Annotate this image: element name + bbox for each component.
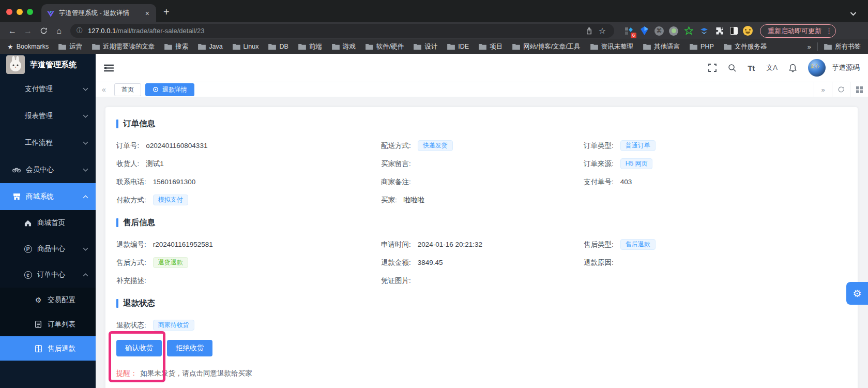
bookmark-folder[interactable]: 前端 xyxy=(298,42,322,51)
bookmark-folder[interactable]: 设计 xyxy=(414,42,437,51)
bookmark-folder[interactable]: 搜索 xyxy=(164,42,188,51)
settings-fab[interactable]: ⚙ xyxy=(846,282,868,305)
dark-reader-icon[interactable] xyxy=(730,27,738,35)
app-header: Tt 文A 芋道源码 xyxy=(96,54,868,82)
bookmarks-manager[interactable]: ★Bookmarks xyxy=(7,43,49,51)
sidebar-item-aftersale-refund[interactable]: 售后退款 xyxy=(0,336,96,361)
title-accent-bar xyxy=(116,120,118,128)
ext-kite-icon[interactable] xyxy=(639,26,649,36)
reject-receipt-button[interactable]: 拒绝收货 xyxy=(167,340,212,356)
site-info-icon[interactable]: ⓘ xyxy=(77,26,83,35)
update-browser-button[interactable]: 重新启动即可更新 ⋮ xyxy=(760,24,836,38)
url-path: /mall/trade/after-sale/detail/23 xyxy=(116,27,204,35)
bell-icon[interactable] xyxy=(789,64,797,72)
window-controls[interactable] xyxy=(0,9,41,22)
confirm-receipt-button[interactable]: 确认收货 xyxy=(116,340,162,356)
address-bar[interactable]: ⓘ 127.0.0.1/mall/trade/after-sale/detail… xyxy=(70,24,614,38)
gear-icon: ⚙ xyxy=(34,296,42,304)
bookmark-folder[interactable]: 文件服务器 xyxy=(724,42,767,51)
bookmark-folder[interactable]: IDE xyxy=(447,43,469,50)
bookmarks-overflow-icon[interactable]: » xyxy=(808,43,811,51)
field-payment-method: 付款方式:模拟支付 xyxy=(116,191,381,209)
bookmark-folder[interactable]: DB xyxy=(268,43,288,50)
tabs-scroll-left-icon[interactable]: « xyxy=(96,82,112,97)
field-delivery-method: 配送方式:快递发货 xyxy=(381,137,584,155)
action-buttons: 确认收货 拒绝收货 xyxy=(116,340,846,356)
browser-tab[interactable]: 芋道管理系统 - 退款详情 × xyxy=(41,4,156,22)
folder-icon xyxy=(92,43,100,50)
sidebar-item-order-center[interactable]: e 订单中心 xyxy=(0,262,96,288)
tab-refund-detail[interactable]: 退款详情 xyxy=(145,83,194,96)
sidebar-item-product-center[interactable]: P 商品中心 xyxy=(0,236,96,262)
forward-icon[interactable]: → xyxy=(21,24,35,38)
browser-toolbar: ← → ⌂ ⓘ 127.0.0.1/mall/trade/after-sale/… xyxy=(0,22,868,39)
chevron-down-icon xyxy=(83,168,88,172)
browser-menu-icon[interactable]: ⋮ xyxy=(826,27,832,35)
bookmark-folder[interactable]: 游戏 xyxy=(332,42,356,51)
bookmarks-label: Bookmarks xyxy=(17,43,49,50)
folder-icon xyxy=(643,43,651,50)
refresh-page-icon[interactable] xyxy=(832,82,850,97)
close-window-button[interactable] xyxy=(6,9,12,15)
layout-grid-icon[interactable] xyxy=(850,82,868,97)
order-icon: e xyxy=(24,271,32,279)
reload-icon[interactable] xyxy=(36,24,51,38)
bookmark-folder[interactable]: 其他语言 xyxy=(643,42,680,51)
app-logo[interactable]: 芋道管理系统 xyxy=(0,54,96,76)
sidebar-item-mall-home[interactable]: 商城首页 xyxy=(0,210,96,236)
font-size-icon[interactable]: Tt xyxy=(748,64,755,72)
fullscreen-icon[interactable] xyxy=(708,64,717,72)
field-apply-time: 申请时间:2024-01-16 20:21:32 xyxy=(381,235,584,253)
bookmark-folder[interactable]: PHP xyxy=(690,43,714,50)
field-extra-description: 补充描述: xyxy=(116,272,381,290)
eye-icon xyxy=(153,86,159,93)
sidebar-item-mall[interactable]: 商城系统 xyxy=(0,183,96,210)
minimize-window-button[interactable] xyxy=(17,9,23,15)
home-icon[interactable]: ⌂ xyxy=(52,24,66,38)
user-avatar[interactable] xyxy=(808,59,826,77)
folder-icon xyxy=(414,43,421,50)
tabs-scroll-right-icon[interactable]: » xyxy=(814,82,832,97)
close-tab-icon[interactable]: × xyxy=(144,9,151,18)
back-icon[interactable]: ← xyxy=(5,24,20,38)
search-icon[interactable] xyxy=(728,64,736,72)
bookmark-folder[interactable]: 资讯未整理 xyxy=(590,42,634,51)
new-tab-button[interactable]: + xyxy=(163,6,170,18)
ext-recorder-icon[interactable] xyxy=(669,26,678,36)
share-icon[interactable] xyxy=(582,25,596,37)
bookmark-folder[interactable]: 项目 xyxy=(479,42,502,51)
bookmark-folder[interactable]: 近期需要读的文章 xyxy=(92,42,155,51)
sidebar-item-report[interactable]: 报表管理 xyxy=(0,102,96,129)
reminder-text: 提醒： 如果未发货，请点击同意退款给买家 xyxy=(116,369,846,378)
sidebar-item-order-list[interactable]: 订单列表 xyxy=(0,312,96,336)
ext-tasks-icon[interactable]: 6 xyxy=(623,26,634,36)
ext-layers-icon[interactable] xyxy=(699,26,709,36)
url-text[interactable]: 127.0.0.1/mall/trade/after-sale/detail/2… xyxy=(88,27,582,35)
folder-icon xyxy=(724,43,732,50)
field-refund-reason: 退款原因: xyxy=(584,253,846,272)
language-icon[interactable]: 文A xyxy=(766,63,778,72)
field-order-no: 订单号:o202401160804331 xyxy=(116,137,381,155)
field-payment-no: 支付单号:403 xyxy=(584,173,846,191)
extensions-puzzle-icon[interactable] xyxy=(714,26,725,36)
bookmark-folder[interactable]: 软件/硬件 xyxy=(366,42,404,51)
sidebar-item-workflow[interactable]: 工作流程 xyxy=(0,129,96,156)
tab-search-icon[interactable] xyxy=(850,11,857,16)
ext-command-icon[interactable]: ⌘ xyxy=(654,26,664,36)
zoom-window-button[interactable] xyxy=(27,9,33,15)
all-bookmarks-folder[interactable]: 所有书签 xyxy=(824,42,861,51)
sidebar-item-trade-config[interactable]: ⚙ 交易配置 xyxy=(0,288,96,312)
sidebar-item-member[interactable]: 会员中心 xyxy=(0,156,96,183)
sidebar-item-payment[interactable]: 支付管理 xyxy=(0,76,96,102)
collapse-sidebar-icon[interactable] xyxy=(104,64,114,72)
chevron-up-icon xyxy=(83,195,88,199)
bookmark-folder[interactable]: 网站/博客/文章/工具 xyxy=(512,42,580,51)
bookmark-star-icon[interactable]: ☆ xyxy=(596,25,609,37)
tab-home[interactable]: 首页 xyxy=(114,83,141,96)
bookmark-folder[interactable]: Linux xyxy=(233,43,259,50)
ext-star-icon[interactable] xyxy=(683,26,694,36)
profile-avatar-icon[interactable] xyxy=(743,26,753,36)
bookmark-folder[interactable]: Java xyxy=(198,43,222,50)
chevron-down-icon xyxy=(83,141,88,145)
bookmark-folder[interactable]: 运营 xyxy=(58,42,82,51)
